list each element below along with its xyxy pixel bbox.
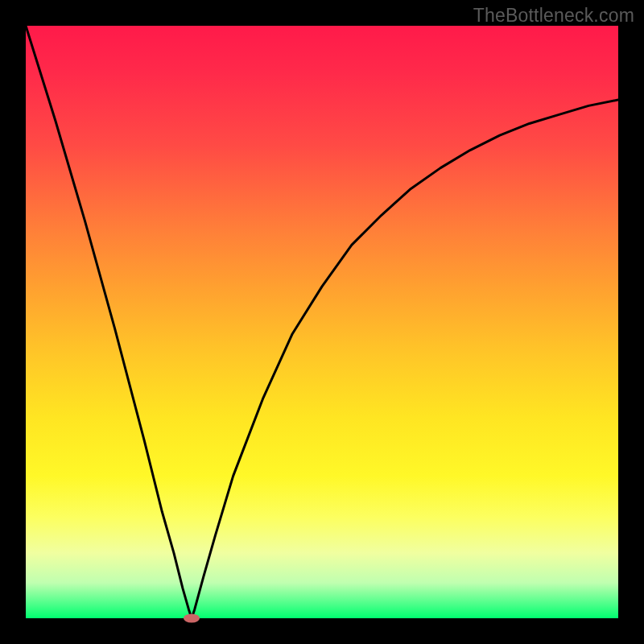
- watermark-text: TheBottleneck.com: [473, 5, 634, 27]
- bottleneck-curve: [26, 26, 618, 618]
- minimum-marker: [184, 614, 200, 623]
